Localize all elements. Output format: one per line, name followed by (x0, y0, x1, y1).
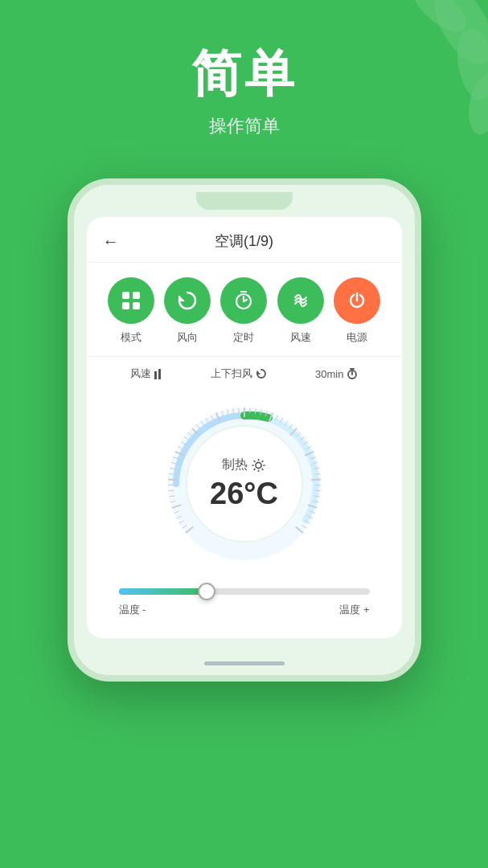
phone-notch (196, 192, 293, 210)
svg-line-45 (249, 407, 250, 413)
temp-decrease-label[interactable]: 温度 - (119, 603, 146, 617)
hero-main-title: 简单 (191, 40, 297, 108)
svg-rect-4 (122, 292, 129, 299)
svg-line-22 (168, 490, 174, 491)
svg-rect-10 (154, 371, 157, 379)
slider-labels: 温度 - 温度 + (119, 603, 370, 617)
mode-item[interactable]: 模式 (108, 277, 154, 345)
wind-speed-status: 风速 (130, 366, 162, 381)
dial-temperature: 26°C (210, 477, 278, 511)
wind-dir-icon[interactable] (164, 277, 211, 324)
slider-area: 温度 - 温度 + (103, 585, 386, 624)
app-content: ← 空调(1/9) 模式 (87, 217, 402, 638)
mode-icon[interactable] (108, 277, 154, 324)
svg-rect-7 (133, 302, 140, 309)
dial-container: 制热 (156, 395, 333, 572)
svg-point-76 (256, 462, 261, 468)
wind-dir-label: 风向 (177, 330, 198, 345)
header-title: 空调(1/9) (215, 231, 273, 251)
svg-line-82 (262, 469, 264, 470)
phone-top-bar (74, 185, 415, 217)
timer-item[interactable]: 定时 (220, 277, 267, 345)
phone-frame: ← 空调(1/9) 模式 (68, 178, 421, 682)
dial-mode: 制热 (210, 457, 278, 473)
slider-track[interactable] (119, 588, 370, 595)
wind-speed-label: 风速 (290, 330, 311, 345)
phone-bottom (74, 651, 415, 675)
wind-dir-item[interactable]: 风向 (164, 277, 211, 345)
status-bar: 风速 上下扫风 30min (87, 356, 402, 387)
slider-fill (119, 588, 207, 595)
wind-speed-item[interactable]: 风速 (277, 277, 324, 345)
svg-rect-5 (133, 292, 140, 299)
dial-area: 制热 (87, 387, 402, 638)
dial-center: 制热 (210, 457, 278, 511)
svg-line-43 (238, 407, 239, 413)
timer-label: 定时 (233, 330, 254, 345)
back-button[interactable]: ← (103, 232, 119, 251)
svg-line-66 (314, 490, 320, 491)
slider-thumb[interactable] (198, 583, 215, 600)
phone-mockup: ← 空调(1/9) 模式 (68, 178, 421, 682)
icon-row: 模式 风向 (87, 263, 402, 353)
svg-line-24 (168, 479, 178, 480)
home-indicator (204, 661, 285, 665)
app-header: ← 空调(1/9) (87, 217, 402, 263)
svg-line-64 (310, 479, 320, 480)
wind-speed-icon[interactable] (277, 277, 324, 324)
svg-line-84 (254, 469, 256, 470)
power-icon[interactable] (334, 277, 380, 324)
svg-rect-11 (158, 369, 161, 379)
power-item[interactable]: 电源 (334, 277, 380, 345)
svg-rect-6 (122, 302, 129, 309)
timer-status: 30min (315, 366, 358, 381)
timer-icon[interactable] (220, 277, 267, 324)
svg-line-81 (254, 461, 256, 462)
power-label: 电源 (347, 330, 367, 345)
swing-status: 上下扫风 (211, 366, 267, 381)
svg-line-83 (262, 461, 264, 462)
hero-sub-title: 操作简单 (209, 114, 280, 138)
temp-increase-label[interactable]: 温度 + (339, 603, 369, 617)
mode-label: 模式 (121, 330, 141, 345)
